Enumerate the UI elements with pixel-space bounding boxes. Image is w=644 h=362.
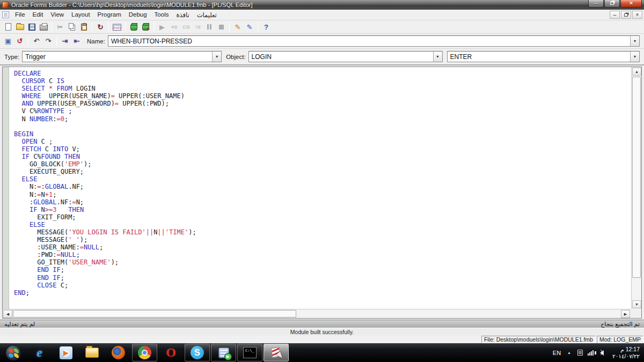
network-icon[interactable] <box>588 350 594 356</box>
taskbar-chrome-icon[interactable] <box>132 344 157 361</box>
action-center-icon[interactable] <box>577 350 583 356</box>
open-icon[interactable] <box>14 21 26 33</box>
chevron-down-icon[interactable]: ▼ <box>433 51 442 62</box>
taskbar-skype-icon[interactable]: S <box>185 344 210 361</box>
scroll-left-icon[interactable]: ◀ <box>3 310 12 318</box>
stop-icon[interactable] <box>215 21 227 33</box>
menu-tools[interactable]: Tools <box>151 10 173 20</box>
item-combo[interactable]: ENTER ▼ <box>447 51 640 62</box>
menu-help-ar[interactable]: تعليمات <box>193 10 221 20</box>
taskbar-forms-runtime-icon[interactable]: ▶ <box>211 344 236 361</box>
paste-icon[interactable] <box>78 21 90 33</box>
code-line: :GLOBAL.NF:=N; <box>14 198 631 206</box>
menu-bar: FileEditViewLayoutProgramDebugToolsنافذة… <box>0 10 644 20</box>
step-into-icon[interactable]: +≡ <box>168 21 180 33</box>
menu-file[interactable]: File <box>11 10 29 20</box>
outdent-icon[interactable]: ⇤ <box>71 35 83 47</box>
mdi-restore-button[interactable] <box>621 11 631 19</box>
save-icon[interactable] <box>26 21 38 33</box>
code-line: SELECT * FROM LOGIN <box>14 85 631 92</box>
code-line: GO_ITEM('USER_NAME'); <box>14 258 631 266</box>
mdi-document-icon[interactable] <box>2 11 9 18</box>
plsql-pencil-icon[interactable]: ✎ <box>244 21 255 33</box>
start-button[interactable] <box>1 344 26 361</box>
horizontal-scroll-thumb[interactable] <box>13 310 296 317</box>
chevron-down-icon[interactable]: ▼ <box>212 51 221 62</box>
chevron-down-icon[interactable]: ▼ <box>630 36 639 46</box>
taskbar-explorer-icon[interactable] <box>79 344 105 361</box>
status-compiled-text: تم التجميع بنجاح <box>601 321 640 328</box>
code-line: CLOSE C; <box>14 282 631 289</box>
clock-date: ٢٠١٤/٠٧/٢٢ <box>612 353 640 360</box>
chevron-down-icon[interactable]: ▼ <box>630 51 639 62</box>
code-text[interactable]: DECLARE CURSOR C IS SELECT * FROM LOGIN … <box>10 67 631 309</box>
show-hidden-icons-icon[interactable]: ▲ <box>567 351 571 354</box>
code-line: ELSE <box>14 221 631 228</box>
restore-button[interactable] <box>604 0 620 8</box>
compile-plsql-icon[interactable]: ▣ <box>2 35 14 47</box>
vertical-scroll-thumb[interactable] <box>632 77 641 278</box>
code-line: MESSAGE(' '); <box>14 236 631 243</box>
cut-icon[interactable]: ✂ <box>54 21 66 33</box>
taskbar-cmd-icon[interactable]: C:\_ <box>237 344 262 361</box>
scrollbar-corner <box>631 309 641 318</box>
type-combo[interactable]: Trigger ▼ <box>22 51 222 62</box>
menu-edit[interactable]: Edit <box>29 10 47 20</box>
menu-view[interactable]: View <box>47 10 68 20</box>
run-form-icon[interactable]: 0101 <box>111 21 123 33</box>
pause-icon[interactable] <box>203 21 215 33</box>
edit-pencil-icon[interactable]: ✎ <box>232 21 244 33</box>
step-out-icon[interactable]: ↑≡ <box>192 21 203 33</box>
code-line: OPEN C ; <box>14 138 631 145</box>
undo-icon[interactable]: ↶ <box>31 35 42 47</box>
menu-layout[interactable]: Layout <box>68 10 94 20</box>
connect-icon[interactable]: ↻ <box>94 21 106 33</box>
code-line: DECLARE <box>14 70 631 77</box>
step-over-icon[interactable]: ⊂≡ <box>180 21 192 33</box>
plsql-editor: DECLARE CURSOR C IS SELECT * FROM LOGIN … <box>0 65 644 320</box>
vertical-scrollbar[interactable]: ▲ ▼ <box>631 67 641 309</box>
copy-icon[interactable] <box>66 21 78 33</box>
menu-program[interactable]: Program <box>94 10 125 20</box>
toolbar-separator <box>56 36 57 46</box>
taskbar-ie-icon[interactable]: e <box>27 344 52 361</box>
compile-all-icon[interactable]: ▶ <box>140 21 151 33</box>
revert-icon[interactable]: ↺ <box>14 35 26 47</box>
redo-icon[interactable]: ↷ <box>42 35 54 47</box>
type-combo-value: Trigger <box>23 53 212 61</box>
new-icon[interactable] <box>2 21 14 33</box>
toolbar-separator <box>28 36 28 46</box>
debug-run-icon[interactable]: ▶ <box>156 21 168 33</box>
taskbar-media-player-icon[interactable]: ▶ <box>53 344 78 361</box>
help-icon[interactable]: ? <box>260 21 272 33</box>
code-line: V C%ROWTYPE ; <box>14 107 631 115</box>
code-line: N:=N+1; <box>14 191 631 198</box>
toolbar-separator <box>108 22 109 32</box>
volume-icon[interactable] <box>598 350 604 356</box>
file-status-cell: File: Desktop\moduels\login\MODULE1.fmb <box>481 336 596 343</box>
editor-gutter <box>3 67 9 309</box>
menu-debug[interactable]: Debug <box>125 10 151 20</box>
clock[interactable]: 12:17 م ٢٠١٤/٠٧/٢٢ <box>612 346 640 360</box>
code-line: END IF; <box>14 266 631 274</box>
object-combo[interactable]: LOGIN ▼ <box>248 51 443 62</box>
minimize-button[interactable]: — <box>588 0 604 8</box>
name-combo[interactable]: WHEN-BUTTON-PRESSED ▼ <box>108 35 640 47</box>
toolbar-separator <box>258 22 258 32</box>
scroll-down-icon[interactable]: ▼ <box>632 300 641 308</box>
mdi-close-button[interactable]: × <box>632 11 642 19</box>
indent-icon[interactable]: ⇥ <box>59 35 71 47</box>
print-icon[interactable] <box>38 21 49 33</box>
scroll-right-icon[interactable]: ▶ <box>621 310 630 318</box>
compile-icon[interactable] <box>128 21 140 33</box>
scroll-up-icon[interactable]: ▲ <box>632 68 641 76</box>
taskbar-firefox-icon[interactable] <box>106 344 131 361</box>
code-editor-area[interactable]: DECLARE CURSOR C IS SELECT * FROM LOGIN … <box>2 67 642 319</box>
horizontal-scrollbar[interactable]: ◀ ▶ <box>3 309 631 318</box>
close-button[interactable]: ✕ <box>620 0 642 8</box>
mdi-minimize-button[interactable]: – <box>610 11 620 19</box>
taskbar-forms-builder-icon[interactable] <box>264 344 289 361</box>
menu-window-ar[interactable]: نافذة <box>172 10 193 20</box>
language-indicator[interactable]: EN <box>553 350 561 356</box>
taskbar-opera-icon[interactable]: O <box>158 344 184 361</box>
